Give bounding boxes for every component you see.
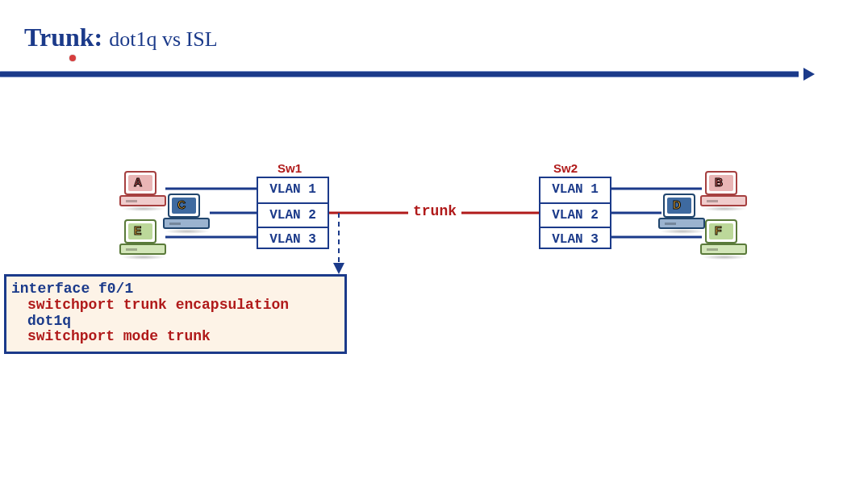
switch1: VLAN 1 VLAN 2 VLAN 3 — [257, 177, 329, 249]
sw1-vlan3: VLAN 3 — [258, 227, 328, 251]
switch1-label: Sw1 — [278, 161, 302, 175]
host-b-letter: B — [715, 176, 723, 189]
host-e: E — [119, 219, 168, 260]
cli-line-2-keyword: dot1q — [27, 313, 71, 329]
switch2-label: Sw2 — [553, 161, 578, 175]
host-b: B — [700, 171, 749, 211]
slide-title: Trunk: dot1q vs ISL — [24, 23, 218, 52]
host-a-letter: A — [134, 176, 142, 189]
cli-config-box: interface f0/1 switchport trunk encapsul… — [4, 274, 347, 354]
host-f: F — [700, 219, 749, 260]
switch2: VLAN 1 VLAN 2 VLAN 3 — [539, 177, 611, 249]
host-a: A — [119, 171, 168, 211]
sw2-vlan2: VLAN 2 — [540, 202, 610, 227]
laser-pointer-icon — [69, 55, 77, 63]
cli-line-3: switchport mode trunk — [27, 329, 338, 345]
sw2-vlan3: VLAN 3 — [540, 227, 610, 251]
title-divider — [0, 71, 807, 76]
sw1-vlan1: VLAN 1 — [258, 178, 328, 202]
cli-line-2: switchport trunk encapsulation dot1q — [27, 298, 338, 330]
svg-marker-8 — [333, 263, 344, 274]
host-c: C — [163, 194, 211, 234]
cli-line-1: interface f0/1 — [11, 281, 338, 298]
sw2-vlan1: VLAN 1 — [540, 178, 610, 202]
host-f-letter: F — [715, 224, 722, 237]
cli-line-2-cmd: switchport trunk encapsulation — [27, 297, 289, 313]
sw1-vlan2: VLAN 2 — [258, 202, 328, 227]
host-d: D — [658, 194, 707, 234]
trunk-label: trunk — [408, 203, 461, 219]
title-sub: dot1q vs ISL — [109, 27, 217, 51]
host-c-letter: C — [177, 198, 186, 211]
slide-root: Trunk: dot1q vs ISL Sw1 Sw2 VLAN 1 VLAN … — [0, 0, 868, 487]
host-e-letter: E — [134, 224, 141, 237]
title-main: Trunk: — [24, 23, 102, 52]
host-d-letter: D — [673, 198, 681, 211]
